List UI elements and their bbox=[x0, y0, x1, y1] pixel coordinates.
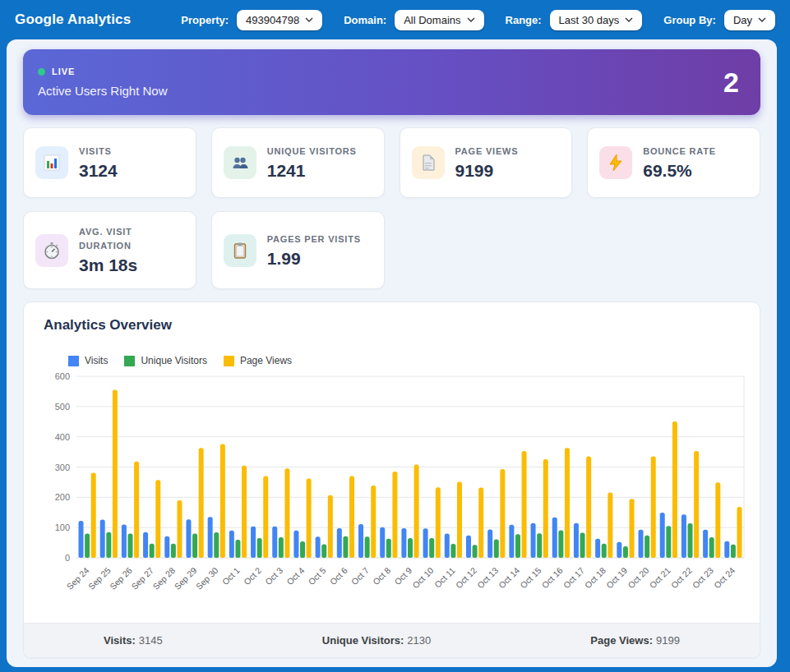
svg-text:Oct 14: Oct 14 bbox=[497, 565, 521, 590]
stat-value: 9199 bbox=[455, 161, 519, 181]
footer-unique-visitors-total: Unique Visitors:2130 bbox=[322, 634, 431, 647]
svg-text:400: 400 bbox=[55, 432, 70, 442]
svg-text:Oct 1: Oct 1 bbox=[220, 565, 242, 587]
stat-value: 3m 18s bbox=[79, 255, 184, 275]
domain-filter: Domain: All Domains bbox=[344, 10, 483, 30]
property-label: Property: bbox=[181, 14, 229, 26]
legend-item-visits: Visits bbox=[68, 355, 108, 366]
svg-text:0: 0 bbox=[65, 553, 70, 563]
legend-swatch bbox=[224, 356, 234, 366]
lightning-icon bbox=[599, 146, 632, 179]
svg-text:300: 300 bbox=[55, 463, 70, 472]
stat-value: 3124 bbox=[79, 161, 118, 181]
svg-text:Sep 28: Sep 28 bbox=[150, 565, 177, 591]
groupby-dropdown[interactable]: Day bbox=[724, 10, 775, 30]
svg-text:600: 600 bbox=[55, 371, 70, 381]
groupby-filter: Group By: Day bbox=[663, 10, 775, 30]
domain-value: All Domains bbox=[404, 14, 460, 26]
domain-label: Domain: bbox=[344, 14, 386, 26]
svg-text:Sep 26: Sep 26 bbox=[108, 565, 134, 591]
property-value: 493904798 bbox=[246, 14, 299, 26]
svg-text:Sep 29: Sep 29 bbox=[172, 565, 198, 591]
bar-chart-icon bbox=[35, 146, 68, 179]
range-filter: Range: Last 30 days bbox=[506, 10, 643, 30]
svg-text:Oct 7: Oct 7 bbox=[349, 565, 371, 587]
svg-text:Oct 13: Oct 13 bbox=[475, 565, 500, 590]
clipboard-icon bbox=[224, 234, 256, 267]
stat-label: UNIQUE VISITORS bbox=[267, 145, 357, 159]
stat-label: AVG. VISIT DURATION bbox=[79, 225, 184, 253]
svg-text:Oct 11: Oct 11 bbox=[432, 565, 457, 590]
live-banner-text: LIVE Active Users Right Now bbox=[38, 67, 168, 98]
active-users-count: 2 bbox=[723, 67, 739, 99]
footer-page-views-total: Page Views:9199 bbox=[590, 634, 680, 647]
footer-visits-total: Visits:3145 bbox=[104, 634, 163, 647]
svg-text:Oct 17: Oct 17 bbox=[561, 565, 586, 590]
svg-text:Oct 8: Oct 8 bbox=[371, 565, 392, 587]
svg-text:Oct 16: Oct 16 bbox=[539, 565, 564, 590]
svg-text:Sep 25: Sep 25 bbox=[86, 565, 113, 591]
stat-label: PAGE VIEWS bbox=[455, 145, 519, 159]
svg-text:Oct 3: Oct 3 bbox=[263, 565, 284, 587]
live-badge: LIVE bbox=[52, 67, 75, 76]
stat-value: 1241 bbox=[267, 161, 357, 181]
svg-text:Oct 22: Oct 22 bbox=[669, 565, 694, 590]
property-filter: Property: 493904798 bbox=[181, 10, 322, 30]
legend-label: Page Views bbox=[240, 355, 292, 366]
svg-text:Oct 12: Oct 12 bbox=[454, 565, 478, 590]
live-dot-icon bbox=[38, 68, 45, 76]
stat-label: BOUNCE RATE bbox=[643, 145, 716, 159]
svg-text:Sep 30: Sep 30 bbox=[194, 565, 220, 591]
svg-text:Oct 10: Oct 10 bbox=[410, 565, 435, 590]
svg-text:Oct 4: Oct 4 bbox=[284, 565, 306, 587]
svg-text:Oct 23: Oct 23 bbox=[691, 565, 715, 590]
chart-totals-footer: Visits:3145 Unique Visitors:2130 Page Vi… bbox=[24, 623, 760, 657]
chart-title: Analytics Overview bbox=[44, 317, 740, 334]
legend-item-unique-visitors: Unique Visitors bbox=[124, 355, 206, 366]
svg-text:Oct 6: Oct 6 bbox=[328, 565, 349, 587]
stat-card-avg-visit-duration: AVG. VISIT DURATION 3m 18s bbox=[23, 211, 196, 289]
svg-text:Oct 24: Oct 24 bbox=[712, 565, 737, 590]
legend-swatch bbox=[124, 356, 135, 366]
svg-text:Sep 24: Sep 24 bbox=[64, 565, 90, 591]
range-value: Last 30 days bbox=[559, 14, 620, 26]
stat-value: 1.99 bbox=[267, 249, 361, 269]
stats-grid: VISITS 3124 UNIQUE VISITORS 1241 bbox=[23, 127, 760, 289]
groupby-value: Day bbox=[733, 14, 752, 26]
svg-text:200: 200 bbox=[55, 492, 70, 502]
app-title: Google Analytics bbox=[15, 12, 131, 28]
range-label: Range: bbox=[506, 14, 542, 26]
stat-label: PAGES PER VISITS bbox=[267, 232, 361, 246]
users-icon bbox=[224, 146, 256, 179]
legend-label: Visits bbox=[85, 355, 108, 366]
domain-dropdown[interactable]: All Domains bbox=[395, 10, 483, 30]
bar-chart: 0100200300400500600Sep 24Sep 25Sep 26Sep… bbox=[44, 370, 740, 605]
legend-label: Unique Visitors bbox=[141, 355, 206, 366]
stat-label: VISITS bbox=[79, 145, 118, 159]
svg-text:500: 500 bbox=[55, 402, 70, 412]
stat-card-visits: VISITS 3124 bbox=[23, 127, 196, 198]
filter-bar: Property: 493904798 Domain: All Domains … bbox=[181, 10, 775, 30]
page-icon bbox=[412, 146, 445, 179]
chevron-down-icon bbox=[467, 17, 475, 22]
svg-text:Oct 21: Oct 21 bbox=[647, 565, 672, 590]
main-content-panel: LIVE Active Users Right Now 2 VISITS 312… bbox=[7, 39, 777, 667]
live-banner-title: Active Users Right Now bbox=[38, 84, 168, 98]
svg-text:Oct 18: Oct 18 bbox=[583, 565, 608, 590]
range-dropdown[interactable]: Last 30 days bbox=[550, 10, 643, 30]
chart-legend: Visits Unique Visitors Page Views bbox=[68, 355, 740, 366]
property-dropdown[interactable]: 493904798 bbox=[237, 10, 322, 30]
svg-text:Sep 27: Sep 27 bbox=[129, 565, 155, 591]
groupby-label: Group By: bbox=[663, 14, 716, 26]
chevron-down-icon bbox=[625, 17, 633, 22]
stat-card-unique-visitors: UNIQUE VISITORS 1241 bbox=[211, 127, 385, 198]
stat-value: 69.5% bbox=[643, 161, 716, 181]
legend-item-page-views: Page Views bbox=[224, 355, 292, 366]
chevron-down-icon bbox=[305, 17, 313, 22]
chevron-down-icon bbox=[758, 17, 766, 22]
analytics-overview-card: Analytics Overview Visits Unique Visitor… bbox=[23, 301, 760, 658]
stopwatch-icon bbox=[35, 234, 68, 267]
live-users-banner: LIVE Active Users Right Now 2 bbox=[23, 49, 760, 115]
stat-card-bounce-rate: BOUNCE RATE 69.5% bbox=[587, 127, 760, 198]
svg-text:Oct 2: Oct 2 bbox=[242, 565, 263, 587]
